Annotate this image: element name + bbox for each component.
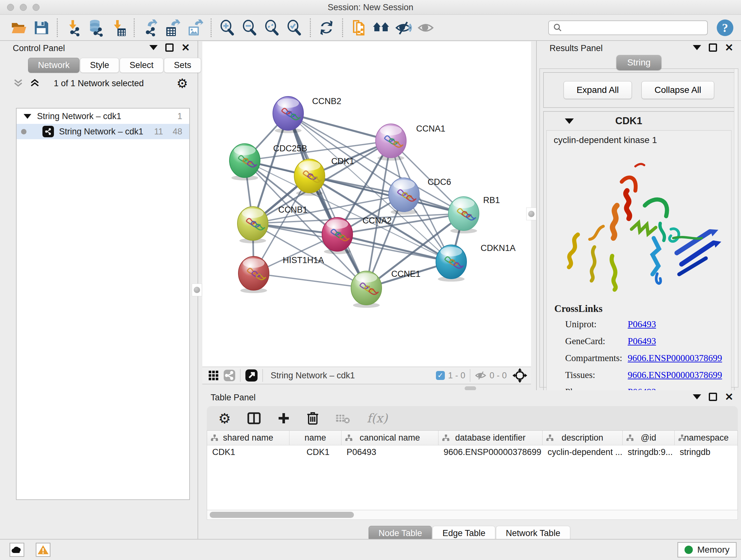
- selected-checkbox-icon[interactable]: ✓: [436, 371, 445, 380]
- column-header-database-identifier[interactable]: database identifier: [439, 431, 542, 445]
- import-table-icon[interactable]: [109, 18, 127, 37]
- open-file-icon[interactable]: [10, 18, 28, 37]
- tab-select[interactable]: Select: [120, 58, 163, 73]
- network-node-CDK1[interactable]: CDK1: [294, 157, 354, 196]
- toolbar-separator: [342, 18, 343, 37]
- column-header-namespace[interactable]: namespace: [675, 431, 738, 445]
- node-label-CDC6: CDC6: [428, 177, 451, 187]
- panel-menu-icon[interactable]: [693, 45, 701, 50]
- table-settings-gear-icon[interactable]: ⚙: [218, 410, 231, 427]
- import-network-icon[interactable]: [64, 18, 83, 37]
- separator: [262, 369, 263, 382]
- crosslink-link[interactable]: 9606.ENSP00000378699: [628, 353, 722, 363]
- network-view-share-icon[interactable]: [223, 369, 235, 381]
- clone-network-icon[interactable]: [349, 18, 368, 37]
- detach-view-icon[interactable]: [245, 369, 258, 382]
- panel-close-icon[interactable]: ✕: [181, 44, 190, 52]
- export-network-icon[interactable]: [141, 18, 159, 37]
- memory-status-dot: [684, 546, 693, 554]
- panel-close-icon[interactable]: ✕: [725, 44, 733, 52]
- birdseye-icon[interactable]: [513, 368, 527, 383]
- import-database-icon[interactable]: [86, 18, 105, 37]
- network-edge-count: 48: [173, 127, 182, 137]
- zoom-selected-icon[interactable]: [285, 18, 304, 37]
- tab-network-table[interactable]: Network Table: [496, 526, 570, 541]
- hide-selected-icon[interactable]: [394, 18, 413, 37]
- tab-string[interactable]: String: [616, 55, 661, 70]
- panel-close-icon[interactable]: ✕: [725, 393, 733, 401]
- network-node-CCNB2[interactable]: CCNB2: [273, 97, 341, 133]
- hidden-eye-icon: [475, 371, 486, 380]
- crosslink-label: GeneCard:: [554, 336, 628, 347]
- crosslink-link[interactable]: P06493: [628, 336, 656, 347]
- show-all-icon[interactable]: [416, 18, 435, 37]
- save-icon[interactable]: [32, 18, 51, 37]
- show-columns-icon[interactable]: [247, 412, 261, 425]
- crosslink-label: Uniprot:: [554, 319, 628, 329]
- network-collection-row[interactable]: String Network – cdk1 1: [17, 109, 189, 124]
- network-node-CCNA1[interactable]: CCNA1: [376, 124, 446, 161]
- column-header-canonical-name[interactable]: canonical name: [341, 431, 439, 445]
- panel-float-icon[interactable]: [709, 44, 717, 52]
- table-hscrollbar[interactable]: [207, 510, 738, 520]
- column-header-description[interactable]: description: [542, 431, 623, 445]
- tab-style[interactable]: Style: [80, 58, 119, 73]
- tab-network[interactable]: Network: [28, 58, 79, 73]
- table-cell: CDK1: [289, 445, 341, 460]
- warning-icon: [37, 545, 49, 555]
- tab-sets[interactable]: Sets: [164, 58, 201, 73]
- column-header-id[interactable]: @id: [623, 431, 675, 445]
- cloud-button[interactable]: [10, 543, 24, 557]
- crosslink-row: Tissues:9606.ENSP00000378699: [554, 370, 731, 380]
- first-neighbors-icon[interactable]: [372, 18, 390, 37]
- crosslink-row: Uniprot:P06493: [554, 319, 731, 329]
- collection-expand-icon[interactable]: [23, 114, 31, 119]
- panel-menu-icon[interactable]: [693, 394, 701, 399]
- create-column-icon[interactable]: [277, 412, 290, 425]
- right-splitter-handle[interactable]: [526, 207, 536, 220]
- table-panel: Table Panel ✕ ⚙ f(x) shared namenamecano…: [199, 390, 741, 539]
- export-table-icon[interactable]: [163, 18, 182, 37]
- gene-entry-card: CDK1 cyclin-dependent kinase 1: [543, 111, 735, 415]
- network-node-CCNE1[interactable]: CCNE1: [351, 269, 421, 308]
- gear-icon[interactable]: ⚙: [177, 76, 188, 91]
- results-content: Expand All Collapse All CDK1 cyclin-depe…: [539, 68, 738, 388]
- network-row[interactable]: String Network – cdk1 11 48: [17, 124, 189, 139]
- network-node-CDKN1A[interactable]: CDKN1A: [436, 243, 516, 282]
- expand-all-button[interactable]: Expand All: [563, 81, 632, 99]
- tab-node-table[interactable]: Node Table: [368, 526, 432, 541]
- table-row[interactable]: CDK1CDK1P064939606.ENSP00000378699cyclin…: [207, 445, 738, 460]
- help-icon[interactable]: ?: [717, 19, 733, 36]
- column-header-shared-name[interactable]: shared name: [207, 431, 289, 445]
- toolbar-separator: [57, 18, 58, 37]
- network-node-CCNB1[interactable]: CCNB1: [238, 205, 308, 243]
- crosslink-link[interactable]: 9606.ENSP00000378699: [628, 370, 722, 380]
- memory-button[interactable]: Memory: [677, 542, 737, 557]
- tab-edge-table[interactable]: Edge Table: [432, 526, 495, 541]
- panel-float-icon[interactable]: [709, 393, 717, 401]
- warnings-button[interactable]: [36, 543, 51, 557]
- node-label-CCNA1: CCNA1: [416, 124, 446, 133]
- network-canvas[interactable]: CCNB2CCNA1CDC25BCDK1CDC6RB1CCNB1CCNA2CDK…: [202, 42, 531, 367]
- zoom-fit-icon[interactable]: [263, 18, 281, 37]
- zoom-in-icon[interactable]: [218, 18, 237, 37]
- zoom-out-icon[interactable]: [240, 18, 259, 37]
- table-hscrollbar-thumb[interactable]: [210, 512, 354, 518]
- table-cell: 9606.ENSP00000378699: [439, 445, 542, 460]
- refresh-icon[interactable]: [317, 18, 336, 37]
- left-splitter-handle[interactable]: [192, 284, 202, 296]
- search-input[interactable]: [563, 23, 697, 33]
- collapse-all-button[interactable]: Collapse All: [642, 81, 714, 99]
- grid-view-icon[interactable]: [208, 370, 219, 381]
- network-edge-HIST1H1A-CCNE1[interactable]: [254, 273, 366, 288]
- column-header-name[interactable]: name: [289, 431, 341, 445]
- entry-collapse-icon[interactable]: [565, 118, 574, 124]
- panel-menu-icon[interactable]: [149, 45, 158, 50]
- network-node-RB1[interactable]: RB1: [448, 195, 500, 233]
- network-view-toolbar: String Network – cdk1 ✓ 1 - 0 0 - 0: [202, 367, 531, 384]
- results-scrollbar[interactable]: [734, 69, 738, 387]
- delete-column-icon[interactable]: [307, 411, 319, 425]
- panel-float-icon[interactable]: [165, 44, 174, 52]
- export-image-icon[interactable]: [186, 18, 204, 37]
- crosslink-link[interactable]: P06493: [628, 319, 656, 329]
